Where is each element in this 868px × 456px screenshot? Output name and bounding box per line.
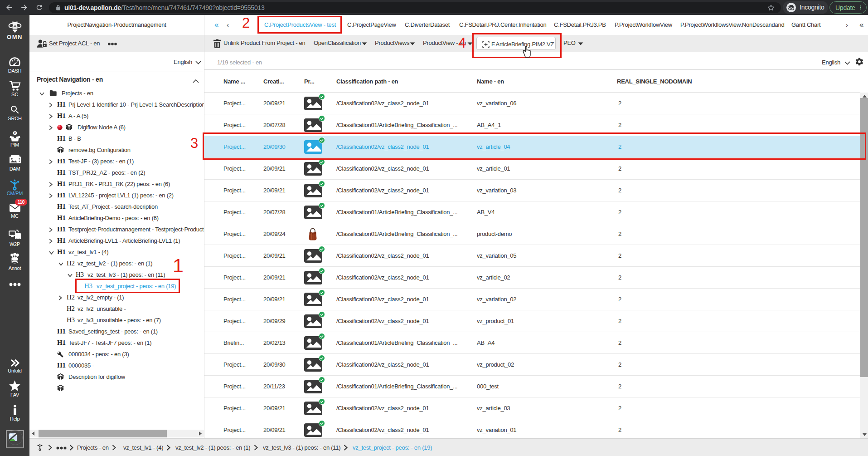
svg-text:P: P [14, 131, 16, 135]
